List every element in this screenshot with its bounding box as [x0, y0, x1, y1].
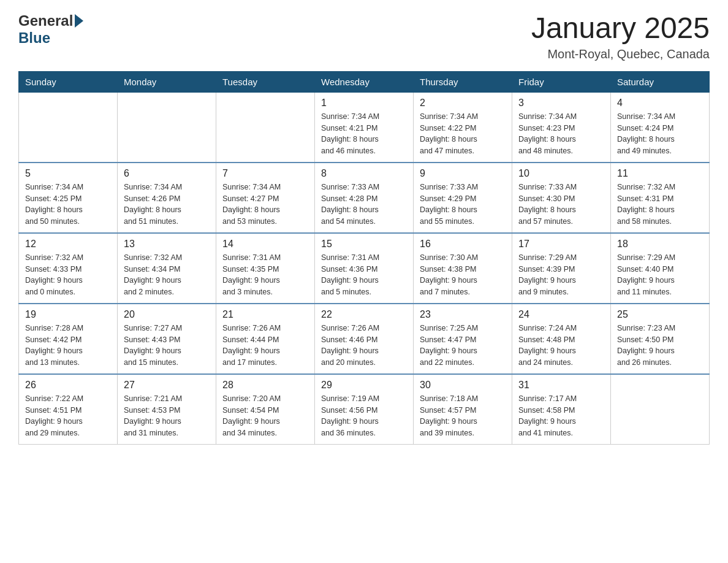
calendar-cell [118, 92, 216, 163]
page-header: General Blue January 2025 Mont-Royal, Qu… [18, 12, 710, 61]
day-number: 31 [518, 380, 604, 391]
day-info: Sunrise: 7:34 AMSunset: 4:27 PMDaylight:… [222, 182, 308, 228]
day-header-thursday: Thursday [414, 71, 512, 92]
location-title: Mont-Royal, Quebec, Canada [531, 47, 710, 61]
calendar-cell: 28Sunrise: 7:20 AMSunset: 4:54 PMDayligh… [216, 374, 315, 445]
calendar-cell: 31Sunrise: 7:17 AMSunset: 4:58 PMDayligh… [512, 374, 611, 445]
day-info: Sunrise: 7:32 AMSunset: 4:31 PMDaylight:… [617, 182, 703, 228]
day-info: Sunrise: 7:29 AMSunset: 4:39 PMDaylight:… [518, 252, 604, 298]
day-number: 18 [617, 239, 703, 250]
calendar-cell: 13Sunrise: 7:32 AMSunset: 4:34 PMDayligh… [118, 233, 216, 304]
day-number: 7 [222, 168, 308, 179]
day-info: Sunrise: 7:26 AMSunset: 4:46 PMDaylight:… [321, 323, 407, 369]
day-info: Sunrise: 7:25 AMSunset: 4:47 PMDaylight:… [420, 323, 506, 369]
day-info: Sunrise: 7:27 AMSunset: 4:43 PMDaylight:… [124, 323, 210, 369]
day-header-tuesday: Tuesday [216, 71, 315, 92]
logo-blue-text: Blue [18, 29, 50, 47]
day-number: 9 [420, 168, 506, 179]
calendar-cell: 1Sunrise: 7:34 AMSunset: 4:21 PMDaylight… [315, 92, 414, 163]
day-number: 14 [222, 239, 308, 250]
logo: General Blue [18, 12, 83, 47]
calendar-cell: 4Sunrise: 7:34 AMSunset: 4:24 PMDaylight… [611, 92, 710, 163]
calendar-cell: 25Sunrise: 7:23 AMSunset: 4:50 PMDayligh… [611, 304, 710, 374]
day-number: 27 [124, 380, 210, 391]
day-number: 19 [25, 309, 111, 320]
calendar-cell: 19Sunrise: 7:28 AMSunset: 4:42 PMDayligh… [19, 304, 118, 374]
day-number: 16 [420, 239, 506, 250]
day-number: 10 [518, 168, 604, 179]
calendar-cell: 11Sunrise: 7:32 AMSunset: 4:31 PMDayligh… [611, 163, 710, 233]
day-header-sunday: Sunday [19, 71, 118, 92]
calendar-cell: 12Sunrise: 7:32 AMSunset: 4:33 PMDayligh… [19, 233, 118, 304]
calendar-cell: 15Sunrise: 7:31 AMSunset: 4:36 PMDayligh… [315, 233, 414, 304]
day-info: Sunrise: 7:17 AMSunset: 4:58 PMDaylight:… [518, 393, 604, 439]
day-info: Sunrise: 7:29 AMSunset: 4:40 PMDaylight:… [617, 252, 703, 298]
day-number: 12 [25, 239, 111, 250]
calendar-table: SundayMondayTuesdayWednesdayThursdayFrid… [18, 71, 710, 445]
day-info: Sunrise: 7:28 AMSunset: 4:42 PMDaylight:… [25, 323, 111, 369]
calendar-cell: 6Sunrise: 7:34 AMSunset: 4:26 PMDaylight… [118, 163, 216, 233]
day-number: 4 [617, 98, 703, 109]
day-info: Sunrise: 7:18 AMSunset: 4:57 PMDaylight:… [420, 393, 506, 439]
day-info: Sunrise: 7:34 AMSunset: 4:21 PMDaylight:… [321, 111, 407, 157]
day-info: Sunrise: 7:24 AMSunset: 4:48 PMDaylight:… [518, 323, 604, 369]
day-header-wednesday: Wednesday [315, 71, 414, 92]
calendar-cell: 17Sunrise: 7:29 AMSunset: 4:39 PMDayligh… [512, 233, 611, 304]
day-number: 2 [420, 98, 506, 109]
calendar-week-row: 12Sunrise: 7:32 AMSunset: 4:33 PMDayligh… [19, 233, 710, 304]
day-number: 5 [25, 168, 111, 179]
day-number: 22 [321, 309, 407, 320]
day-number: 25 [617, 309, 703, 320]
day-info: Sunrise: 7:26 AMSunset: 4:44 PMDaylight:… [222, 323, 308, 369]
day-header-monday: Monday [118, 71, 216, 92]
day-info: Sunrise: 7:32 AMSunset: 4:33 PMDaylight:… [25, 252, 111, 298]
day-number: 11 [617, 168, 703, 179]
calendar-cell: 5Sunrise: 7:34 AMSunset: 4:25 PMDaylight… [19, 163, 118, 233]
day-number: 29 [321, 380, 407, 391]
title-area: January 2025 Mont-Royal, Quebec, Canada [531, 12, 710, 61]
day-info: Sunrise: 7:30 AMSunset: 4:38 PMDaylight:… [420, 252, 506, 298]
month-title: January 2025 [531, 12, 710, 45]
day-info: Sunrise: 7:33 AMSunset: 4:28 PMDaylight:… [321, 182, 407, 228]
day-number: 23 [420, 309, 506, 320]
day-number: 15 [321, 239, 407, 250]
day-info: Sunrise: 7:21 AMSunset: 4:53 PMDaylight:… [124, 393, 210, 439]
calendar-cell: 23Sunrise: 7:25 AMSunset: 4:47 PMDayligh… [414, 304, 512, 374]
day-info: Sunrise: 7:34 AMSunset: 4:24 PMDaylight:… [617, 111, 703, 157]
calendar-header-row: SundayMondayTuesdayWednesdayThursdayFrid… [19, 71, 710, 92]
day-number: 6 [124, 168, 210, 179]
day-number: 3 [518, 98, 604, 109]
day-number: 24 [518, 309, 604, 320]
day-info: Sunrise: 7:19 AMSunset: 4:56 PMDaylight:… [321, 393, 407, 439]
calendar-cell [216, 92, 315, 163]
day-number: 28 [222, 380, 308, 391]
calendar-cell: 26Sunrise: 7:22 AMSunset: 4:51 PMDayligh… [19, 374, 118, 445]
day-number: 21 [222, 309, 308, 320]
calendar-cell: 10Sunrise: 7:33 AMSunset: 4:30 PMDayligh… [512, 163, 611, 233]
calendar-cell: 22Sunrise: 7:26 AMSunset: 4:46 PMDayligh… [315, 304, 414, 374]
day-number: 20 [124, 309, 210, 320]
day-number: 17 [518, 239, 604, 250]
calendar-cell: 24Sunrise: 7:24 AMSunset: 4:48 PMDayligh… [512, 304, 611, 374]
day-info: Sunrise: 7:34 AMSunset: 4:23 PMDaylight:… [518, 111, 604, 157]
calendar-cell [19, 92, 118, 163]
day-info: Sunrise: 7:34 AMSunset: 4:25 PMDaylight:… [25, 182, 111, 228]
day-number: 13 [124, 239, 210, 250]
calendar-cell: 8Sunrise: 7:33 AMSunset: 4:28 PMDaylight… [315, 163, 414, 233]
day-info: Sunrise: 7:31 AMSunset: 4:36 PMDaylight:… [321, 252, 407, 298]
day-info: Sunrise: 7:33 AMSunset: 4:30 PMDaylight:… [518, 182, 604, 228]
day-info: Sunrise: 7:20 AMSunset: 4:54 PMDaylight:… [222, 393, 308, 439]
day-info: Sunrise: 7:34 AMSunset: 4:26 PMDaylight:… [124, 182, 210, 228]
calendar-cell: 30Sunrise: 7:18 AMSunset: 4:57 PMDayligh… [414, 374, 512, 445]
day-number: 30 [420, 380, 506, 391]
calendar-cell: 3Sunrise: 7:34 AMSunset: 4:23 PMDaylight… [512, 92, 611, 163]
logo-triangle-icon [75, 14, 83, 28]
calendar-week-row: 26Sunrise: 7:22 AMSunset: 4:51 PMDayligh… [19, 374, 710, 445]
calendar-week-row: 5Sunrise: 7:34 AMSunset: 4:25 PMDaylight… [19, 163, 710, 233]
calendar-cell: 9Sunrise: 7:33 AMSunset: 4:29 PMDaylight… [414, 163, 512, 233]
calendar-cell: 29Sunrise: 7:19 AMSunset: 4:56 PMDayligh… [315, 374, 414, 445]
calendar-cell: 14Sunrise: 7:31 AMSunset: 4:35 PMDayligh… [216, 233, 315, 304]
calendar-cell: 18Sunrise: 7:29 AMSunset: 4:40 PMDayligh… [611, 233, 710, 304]
calendar-cell [611, 374, 710, 445]
day-info: Sunrise: 7:33 AMSunset: 4:29 PMDaylight:… [420, 182, 506, 228]
